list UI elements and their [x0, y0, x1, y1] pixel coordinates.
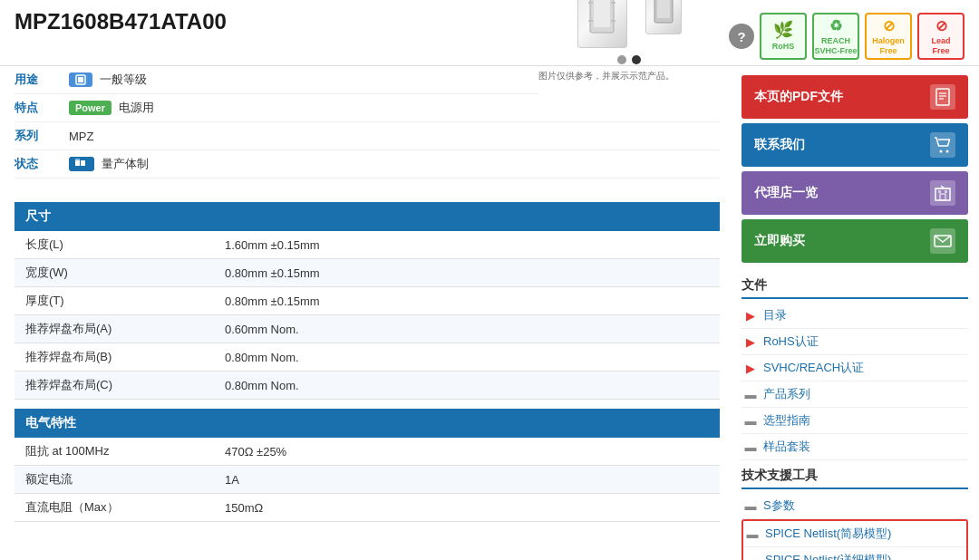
text-series: MPZ — [69, 130, 93, 143]
table-row: 长度(L) 1.60mm ±0.15mm — [15, 231, 720, 259]
contact-button[interactable]: 联系我们 — [742, 123, 968, 167]
dim-param-1: 宽度(W) — [15, 259, 214, 287]
table-row: 推荐焊盘布局(C) 0.80mm Nom. — [15, 372, 720, 400]
product-info-table: 用途 一般等级 特点 Power 电源用 系列 — [15, 66, 720, 179]
file-label-selection: 选型指南 — [763, 412, 810, 429]
image-caption: 图片仅供参考，并展示示范产品。 — [538, 70, 720, 82]
product-image-area: 图片仅供参考，并展示示范产品。 — [538, 0, 720, 82]
elec-param-2: 直流电阻（Max） — [15, 494, 214, 522]
dimensions-table: 长度(L) 1.60mm ±0.15mm 宽度(W) 0.80mm ±0.15m… — [15, 231, 720, 400]
pdf-icon-catalog: ▶ — [743, 307, 758, 323]
halogen-icon: ⊘ — [883, 17, 895, 34]
file-item-rohs[interactable]: ▶ RoHS认证 — [742, 329, 968, 355]
dot-2[interactable] — [632, 55, 641, 64]
badge-power: Power — [69, 101, 111, 115]
svg-rect-7 — [657, 0, 670, 18]
file-item-reach[interactable]: ▶ SVHC/REACH认证 — [742, 355, 968, 381]
pdf-button-label: 本页的PDF文件 — [754, 89, 843, 105]
tool-label-sparameter: S参数 — [763, 497, 795, 514]
contact-button-icon — [930, 132, 955, 158]
tech-title: 技术支援工具 — [742, 460, 968, 489]
reach-icon: ♻ — [829, 17, 842, 34]
file-item-catalog[interactable]: ▶ 目录 — [742, 303, 968, 329]
svg-rect-13 — [936, 89, 949, 105]
dimensions-header: 尺寸 — [15, 202, 720, 231]
distributor-button-icon — [930, 180, 955, 206]
list-icon-selection: ▬ — [743, 412, 758, 429]
tool-item-sparameter[interactable]: ▬ S参数 — [742, 493, 968, 519]
rohs-leaf-icon: 🌿 — [773, 21, 793, 41]
file-label-reach: SVHC/REACH认证 — [763, 360, 864, 376]
leadfree-icon: ⊘ — [935, 17, 947, 34]
label-status: 状态 — [15, 156, 69, 172]
svg-rect-11 — [81, 160, 85, 166]
svg-rect-9 — [78, 77, 83, 82]
text-feature: 电源用 — [119, 100, 154, 116]
label-purpose: 用途 — [15, 72, 69, 88]
dim-value-4: 0.80mm Nom. — [214, 343, 720, 372]
svg-point-17 — [940, 150, 943, 153]
envelope-icon — [934, 234, 952, 248]
list-icon-spice-detail: ▬ — [745, 552, 760, 560]
list-icon-spice-simple: ▬ — [745, 526, 760, 542]
distributor-button-label: 代理店一览 — [754, 185, 818, 201]
dim-param-3: 推荐焊盘布局(A) — [15, 315, 214, 343]
elec-value-1: 1A — [214, 466, 720, 494]
pdf-icon-rohs: ▶ — [743, 333, 758, 350]
elec-param-1: 额定电流 — [15, 466, 214, 494]
tool-label-spice-simple: SPICE Netlist(简易模型) — [765, 526, 891, 542]
table-row: 厚度(T) 0.80mm ±0.15mm — [15, 287, 720, 315]
dim-param-2: 厚度(T) — [15, 287, 214, 315]
image-dots-nav — [538, 55, 720, 64]
value-series: MPZ — [69, 130, 93, 143]
distributor-button[interactable]: 代理店一览 — [742, 171, 968, 215]
badge-general — [69, 72, 92, 87]
certification-badges: ? 🌿 RoHS ♻ REACHSVHC-Free ⊘ HalogenFree … — [729, 13, 964, 60]
svg-rect-20 — [940, 194, 945, 200]
main-content: 图片仅供参考，并展示示范产品。 用途 一般等级 特点 Power — [0, 66, 979, 560]
label-feature: 特点 — [15, 100, 69, 116]
tool-item-spice-detail[interactable]: ▬ SPICE Netlist(详细模型) — [743, 547, 966, 560]
elec-value-2: 150mΩ — [214, 494, 720, 522]
cert-reach: ♻ REACHSVHC-Free — [812, 13, 859, 60]
text-status: 量产体制 — [102, 156, 149, 172]
info-row-feature: 特点 Power 电源用 — [15, 94, 720, 122]
dim-param-0: 长度(L) — [15, 231, 214, 259]
elec-value-0: 470Ω ±25% — [214, 438, 720, 466]
file-item-product-series[interactable]: ▬ 产品系列 — [742, 381, 968, 408]
svg-rect-10 — [75, 160, 80, 166]
dot-1[interactable] — [617, 55, 626, 64]
table-row: 宽度(W) 0.80mm ±0.15mm — [15, 259, 720, 287]
dim-value-5: 0.80mm Nom. — [214, 372, 720, 400]
product-img-front — [577, 0, 627, 48]
electrical-header: 电气特性 — [15, 409, 720, 438]
value-status: 量产体制 — [69, 156, 149, 172]
files-section: 文件 ▶ 目录 ▶ RoHS认证 ▶ SVHC/REACH认证 ▬ 产品系列 ▬… — [742, 272, 968, 460]
badge-status — [69, 157, 94, 171]
elec-param-0: 阻抗 at 100MHz — [15, 438, 214, 466]
info-row-series: 系列 MPZ — [15, 122, 720, 150]
pdf-button[interactable]: 本页的PDF文件 — [742, 75, 968, 119]
tool-item-spice-simple[interactable]: ▬ SPICE Netlist(简易模型) — [743, 521, 966, 547]
product-images — [538, 0, 720, 48]
help-icon[interactable]: ? — [729, 24, 754, 49]
tech-tools-section: 技术支援工具 ▬ S参数 ▬ SPICE Netlist(简易模型) ▬ SPI… — [742, 460, 968, 560]
file-item-sample[interactable]: ▬ 样品套装 — [742, 434, 968, 460]
page-header: MPZ1608B471ATA00 ? 🌿 RoHS ♻ REACHSVHC-Fr… — [0, 0, 979, 66]
electrical-table: 阻抗 at 100MHz 470Ω ±25% 额定电流 1A 直流电阻（Max）… — [15, 438, 720, 522]
cert-halogen: ⊘ HalogenFree — [865, 13, 912, 60]
file-item-selection[interactable]: ▬ 选型指南 — [742, 408, 968, 434]
contact-button-label: 联系我们 — [754, 137, 805, 153]
file-label-series: 产品系列 — [763, 386, 810, 402]
svg-rect-12 — [75, 159, 80, 160]
cert-leadfree: ⊘ LeadFree — [917, 13, 964, 60]
dim-param-5: 推荐焊盘布局(C) — [15, 372, 214, 400]
dim-value-1: 0.80mm ±0.15mm — [214, 259, 720, 287]
table-row: 推荐焊盘布局(A) 0.60mm Nom. — [15, 315, 720, 343]
svg-rect-21 — [938, 190, 941, 193]
label-series: 系列 — [15, 128, 69, 144]
buy-button-icon — [930, 228, 955, 254]
tool-label-spice-detail: SPICE Netlist(详细模型) — [765, 552, 891, 560]
buy-button[interactable]: 立即购买 — [742, 219, 968, 263]
dimensions-section: 尺寸 长度(L) 1.60mm ±0.15mm 宽度(W) 0.80mm ±0.… — [15, 202, 720, 400]
